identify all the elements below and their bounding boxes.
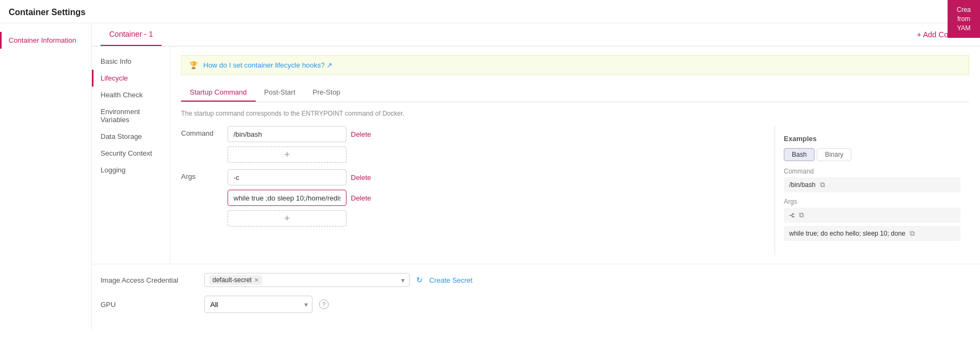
content-area: Basic Info Lifecycle Health Check Enviro…: [92, 46, 980, 264]
startup-description: The startup command corresponds to the E…: [181, 110, 969, 117]
example-command-row: Command /bin/bash ⧉: [784, 168, 961, 192]
gpu-help-icon[interactable]: ?: [319, 299, 329, 309]
command-add-button[interactable]: +: [228, 146, 346, 163]
args-row: Args Delete Delete: [181, 169, 559, 226]
inner-sidebar-logging[interactable]: Logging: [92, 162, 170, 178]
command-delete-button[interactable]: Delete: [351, 130, 371, 138]
inner-sidebar: Basic Info Lifecycle Health Check Enviro…: [92, 46, 170, 264]
examples-title: Examples: [784, 135, 961, 143]
args-label: Args: [181, 169, 219, 181]
example-command-label: Command: [784, 168, 961, 175]
example-command-value: /bin/bash ⧉: [784, 177, 961, 192]
args-input-row-1: Delete: [228, 169, 559, 185]
gpu-row: GPU All ▾ ?: [101, 296, 971, 313]
left-sidebar: Container Information: [0, 23, 92, 330]
page-title: Container Settings: [9, 8, 85, 17]
args-input-row-2: Delete: [228, 190, 559, 206]
example-args-row: Args -c ⧉ while true; do echo hello; sle…: [784, 198, 961, 241]
credential-tag: default-secret ✕: [209, 275, 262, 285]
example-args-value-2: while true; do echo hello; sleep 10; don…: [784, 226, 961, 241]
container-tab-bar: Container - 1 + Add Container: [92, 23, 980, 46]
bottom-section: Image Access Credential default-secret ✕…: [92, 264, 980, 330]
example-tab-binary[interactable]: Binary: [817, 148, 851, 161]
page-header: Container Settings: [0, 0, 980, 23]
inner-sidebar-env-vars[interactable]: Environment Variables: [92, 103, 170, 128]
lifecycle-tab-bar: Startup Command Post-Start Pre-Stop: [181, 84, 969, 102]
copy-args1-icon[interactable]: ⧉: [799, 211, 804, 219]
args-delete-button-2[interactable]: Delete: [351, 194, 371, 202]
gpu-select[interactable]: All: [204, 296, 312, 313]
example-args-label: Args: [784, 198, 961, 205]
credential-input-wrap[interactable]: default-secret ✕ ▾: [204, 273, 410, 287]
inner-sidebar-health-check[interactable]: Health Check: [92, 86, 170, 103]
create-secret-link[interactable]: Create Secret: [429, 276, 472, 284]
copy-command-icon[interactable]: ⧉: [820, 181, 825, 189]
args-input-1[interactable]: [228, 169, 346, 185]
sidebar-item-container-information[interactable]: Container Information: [0, 32, 91, 49]
credential-row: Image Access Credential default-secret ✕…: [101, 273, 971, 287]
tab-post-start[interactable]: Post-Start: [256, 84, 304, 102]
tab-startup-command[interactable]: Startup Command: [181, 84, 256, 102]
args-input-2[interactable]: [228, 190, 346, 206]
credential-label: Image Access Credential: [101, 276, 198, 284]
gpu-label: GPU: [101, 301, 198, 309]
inner-sidebar-data-storage[interactable]: Data Storage: [92, 128, 170, 145]
examples-panel: Examples Bash Binary Command: [775, 126, 969, 255]
inner-sidebar-basic-info[interactable]: Basic Info: [92, 53, 170, 70]
inner-sidebar-security-context[interactable]: Security Context: [92, 145, 170, 162]
example-args-value-1: -c ⧉: [784, 208, 961, 223]
command-label: Command: [181, 126, 219, 137]
info-banner: 🏆 How do I set container lifecycle hooks…: [181, 55, 969, 75]
container-area: Container - 1 + Add Container Basic Info…: [92, 23, 980, 330]
command-fields: Delete +: [228, 126, 559, 163]
create-from-yaml-button[interactable]: Crea from YAM: [948, 0, 980, 38]
banner-icon: 🏆: [189, 61, 198, 69]
banner-link[interactable]: How do I set container lifecycle hooks? …: [203, 61, 332, 69]
command-input[interactable]: [228, 126, 346, 142]
main-content-lifecycle: 🏆 How do I set container lifecycle hooks…: [170, 46, 980, 264]
container-tab-1[interactable]: Container - 1: [101, 23, 162, 46]
inner-sidebar-lifecycle[interactable]: Lifecycle: [92, 70, 170, 86]
tab-pre-stop[interactable]: Pre-Stop: [304, 84, 349, 102]
credential-tag-remove[interactable]: ✕: [254, 277, 259, 284]
startup-form: Command Delete +: [181, 126, 559, 226]
gpu-select-wrapper: All ▾: [204, 296, 312, 313]
command-row: Command Delete +: [181, 126, 559, 163]
args-add-button[interactable]: +: [228, 210, 346, 226]
refresh-icon[interactable]: ↻: [416, 276, 423, 284]
args-fields: Delete Delete +: [228, 169, 559, 226]
example-tab-bar: Bash Binary: [784, 148, 961, 161]
command-input-row: Delete: [228, 126, 559, 142]
copy-args2-icon[interactable]: ⧉: [910, 229, 915, 238]
credential-dropdown-icon[interactable]: ▾: [401, 276, 405, 284]
example-tab-bash[interactable]: Bash: [784, 148, 815, 161]
args-delete-button-1[interactable]: Delete: [351, 174, 371, 182]
